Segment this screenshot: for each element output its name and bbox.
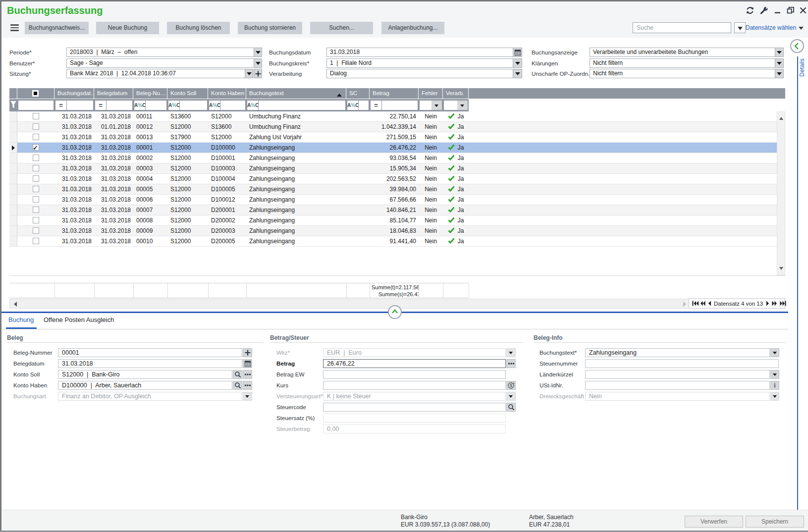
scroll-down-icon[interactable] (779, 267, 783, 272)
toolbar-button-2[interactable]: Neue Buchung (96, 22, 159, 34)
form-field[interactable]: Finanz an Debitor, OP Ausgleich (58, 392, 242, 401)
scroll-up-icon[interactable] (779, 115, 783, 120)
settings-wrench-icon[interactable] (759, 6, 768, 15)
add-button[interactable] (243, 348, 252, 357)
table-row[interactable]: 31.03.201831.03.201800005S12000D100005Za… (9, 184, 777, 195)
dropdown-button[interactable] (770, 370, 779, 379)
table-row[interactable]: 31.03.201831.03.201800004S12000D100004Za… (9, 174, 777, 184)
form-field[interactable] (585, 370, 770, 379)
dropdown-button[interactable] (506, 348, 516, 357)
discard-button[interactable]: Verwerfen (685, 516, 743, 528)
row-checkbox[interactable] (33, 196, 39, 203)
dropdown-button[interactable] (775, 58, 784, 68)
currency-button[interactable]: $ (506, 381, 516, 390)
dropdown-button[interactable] (245, 69, 253, 78)
table-row[interactable]: 31.03.201831.03.201800007S12000D200001Za… (9, 205, 777, 215)
form-field[interactable]: D100000 | Arber, Sauerlach (58, 381, 232, 390)
table-row[interactable]: ✓31.03.201831.03.201800001S12000D100000Z… (9, 143, 777, 153)
filter-textmatch-button[interactable]: A%C (168, 101, 179, 110)
filter-field[interactable]: Nicht filtern (590, 58, 775, 68)
filter-field[interactable]: Bank März 2018 | 12.04.2018 10:36:07 (66, 69, 245, 78)
info-button[interactable]: i (770, 381, 779, 390)
column-header-kontosoll[interactable]: Konto Soll (167, 88, 208, 99)
form-field[interactable] (585, 359, 779, 368)
form-field[interactable] (323, 370, 506, 379)
table-row[interactable]: 31.03.201831.03.201800006S12000D100012Za… (9, 195, 777, 205)
toolbar-button-5[interactable]: Suchen... (310, 22, 373, 34)
column-header-buchungsdatum[interactable]: Buchungsdat… (54, 88, 94, 99)
calendar-button[interactable] (513, 48, 522, 57)
filter-input-belegdatum[interactable] (107, 101, 132, 110)
tab-offene-posten-ausgleich[interactable]: Offene Posten Ausgleich (44, 316, 114, 323)
table-row[interactable]: 31.03.201831.03.201800002S12000D100001Za… (9, 153, 777, 163)
filter-input-buchungstext[interactable] (259, 101, 345, 110)
filter-dropdown-fehler[interactable] (431, 101, 442, 110)
filter-field[interactable]: Dialog (326, 69, 513, 78)
filter-textmatch-button[interactable]: A%C (134, 101, 145, 110)
column-header-betrag[interactable]: Betrag (370, 88, 419, 99)
form-field[interactable] (323, 403, 506, 412)
dropdown-button[interactable] (506, 392, 516, 401)
form-field[interactable] (323, 414, 506, 423)
toolbar-button-6[interactable]: Anlagenbuchung... (381, 22, 444, 34)
dropdown-button[interactable] (775, 48, 784, 57)
column-header-fehler[interactable]: Fehler (419, 88, 443, 99)
details-panel-tab[interactable]: Details (799, 58, 806, 77)
filter-input-kontohaben[interactable] (220, 101, 245, 110)
column-header-verarb[interactable]: Verarb. (443, 88, 469, 99)
select-records-button[interactable]: Datensätze wählen (746, 24, 796, 31)
prev-record-icon[interactable] (708, 300, 711, 307)
dropdown-button[interactable] (513, 58, 522, 68)
row-checkbox[interactable] (33, 113, 39, 119)
filter-field[interactable]: Nicht filtern (590, 69, 775, 78)
row-checkbox[interactable] (33, 207, 39, 213)
filter-field[interactable]: 31.03.2018 (326, 48, 513, 57)
filter-textmatch-button[interactable]: A%C (247, 101, 258, 110)
search-button[interactable] (233, 381, 242, 390)
dropdown-button[interactable] (243, 392, 252, 401)
filter-input-fehler[interactable] (420, 101, 431, 110)
search-dropdown-button[interactable] (734, 22, 746, 33)
toolbar-button-3[interactable]: Buchung löschen (167, 22, 230, 34)
table-row[interactable]: 31.03.201801.01.201800012S12000S13600Umb… (9, 122, 777, 132)
first-record-icon[interactable] (692, 300, 699, 307)
next-record-icon[interactable] (766, 300, 769, 307)
filter-equals-button[interactable]: = (95, 101, 106, 110)
table-row[interactable]: 31.03.201831.03.201800013S17900S12000Zah… (9, 132, 777, 143)
form-field[interactable]: Nein (585, 392, 770, 401)
filter-textmatch-button[interactable]: A%C (347, 101, 358, 110)
expand-details-button[interactable] (790, 39, 804, 53)
filter-input-checkbox[interactable] (18, 101, 54, 110)
tab-buchung[interactable]: Buchung (8, 316, 34, 323)
select-all-checkbox[interactable] (32, 90, 39, 97)
search-input[interactable] (633, 22, 731, 33)
more-button[interactable] (243, 381, 252, 390)
column-header-kontohaben[interactable]: Konto Haben (208, 88, 246, 99)
column-header-belegnr[interactable]: Beleg-Nu… (133, 88, 167, 99)
search-button[interactable] (506, 403, 516, 412)
column-header-sc[interactable]: SC (346, 88, 370, 99)
row-checkbox[interactable] (33, 175, 39, 182)
row-checkbox-checked[interactable]: ✓ (33, 144, 39, 151)
column-header-belegdatum[interactable]: Belegdatum (94, 88, 133, 99)
table-row[interactable]: 31.03.201831.03.201800010S12000D200005Za… (9, 236, 777, 247)
row-checkbox[interactable] (33, 227, 39, 234)
dropdown-button[interactable] (770, 392, 779, 401)
form-field[interactable]: Zahlungseingang (585, 348, 770, 357)
minimize-icon[interactable] (773, 6, 782, 15)
dropdown-button[interactable] (513, 69, 522, 78)
toolbar-button-4[interactable]: Buchung stornieren (238, 22, 302, 34)
row-checkbox[interactable] (33, 123, 39, 130)
row-checkbox[interactable] (33, 186, 39, 192)
form-field[interactable]: S12000 | Bank-Giro (58, 370, 232, 379)
restore-icon[interactable] (786, 6, 795, 15)
filter-input-kontosoll[interactable] (180, 101, 207, 110)
form-field[interactable]: 31.03.2018 (58, 359, 242, 368)
filter-field[interactable]: 2018003 | März – offen (66, 48, 254, 57)
menu-hamburger-icon[interactable] (10, 24, 19, 31)
refresh-icon[interactable] (746, 6, 754, 15)
filter-field[interactable]: Sage - Sage (66, 58, 254, 68)
column-header-buchungstext[interactable]: Buchungstext (246, 88, 346, 99)
filter-funnel-icon[interactable] (10, 101, 17, 110)
chevron-down-icon[interactable] (799, 27, 804, 32)
